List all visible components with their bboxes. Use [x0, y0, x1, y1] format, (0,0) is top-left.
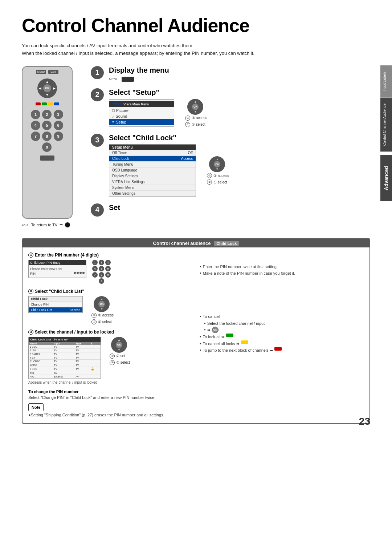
bullet-ok: ➡ OK [204, 327, 364, 334]
blue-button[interactable] [54, 102, 59, 105]
remote-control: MENU EXIT ▲ ▼ ◀ ▶ OK [22, 66, 80, 227]
page-title: Control Channel Audience [22, 15, 370, 36]
menu-row-osd: OSD Language [109, 167, 196, 173]
intro-text: You can lock specific channels / AV inpu… [22, 42, 370, 57]
step-1-circle: 1 [91, 66, 104, 79]
side-tab-control-channel: Control Channel Audience [380, 97, 392, 152]
bullet-item: Enter the PIN number twice at first sett… [200, 263, 364, 270]
return-tv-label: EXIT To return to TV ➡ [22, 222, 80, 227]
step-2-remote: ▲ ▼ OK ② ② access ① [184, 99, 207, 127]
table-row: 22 fiveTVTV [29, 363, 101, 367]
table-row: 3 Sat4E2TVTV [29, 352, 101, 356]
pin-row-1: Please enter new PIN [30, 267, 85, 271]
note-label: Note [28, 403, 44, 411]
red-button[interactable] [36, 102, 41, 105]
side-tab-advanced: Advanced [380, 155, 392, 201]
mini-num-grid: 123 456 789 0 [92, 260, 111, 284]
table-row: AV1AV [29, 371, 101, 375]
sub-step-2-num: ② [28, 289, 33, 294]
num-2-button[interactable]: 2 [42, 110, 52, 119]
pin-entry-box: Child Lock-PIN Entry Please enter new PI… [28, 260, 86, 278]
exit-button[interactable]: EXIT [48, 70, 58, 74]
child-lock-badge: Child Lock [214, 241, 239, 246]
table-row: AV2ExternalAV [29, 375, 101, 378]
note-text: ●Setting "Shipping Condition" (p. 27) er… [28, 413, 192, 417]
green-button[interactable] [42, 102, 47, 105]
sub-step-2: ② Select "Child Lock List" Child Lock Ch… [28, 289, 192, 324]
bullet-item: Make a note of the PIN number in case yo… [200, 270, 364, 277]
sub-step-2-remote: ▲ ▼ OK ② ② access ① [90, 296, 114, 324]
select-label-sub2: ① ① select [91, 319, 114, 324]
color-buttons [36, 102, 59, 105]
sub-step-1-num: ① [28, 253, 33, 258]
channel-table: Child Lock List - TV and AV NameInputTyp… [28, 337, 101, 379]
sub-step-2-title: Select "Child Lock List" [35, 289, 84, 294]
step-4: 4 Set [91, 203, 370, 217]
step-1: 1 Display the menu MENU [91, 66, 370, 82]
change-pin-row: Change PIN [29, 302, 82, 307]
num-4-button[interactable]: 4 [31, 121, 40, 130]
num-3-button[interactable]: 3 [54, 110, 63, 119]
step-2-circle: 2 [91, 88, 104, 101]
menu-row-childlock: Child LockAccess [109, 156, 196, 162]
table-row: 4 E4TVTV [29, 356, 101, 359]
step-2-title: Select "Setup" [109, 88, 370, 97]
menu-row-viera: VIERA Link Settings [109, 179, 196, 185]
sub-step-3-remote: ▲ ▼ OK ② ② set ① [108, 337, 130, 365]
menu-item-setup: ≡Setup [109, 119, 174, 125]
step-4-circle: 4 [91, 203, 104, 217]
num-8-button[interactable]: 8 [42, 132, 52, 141]
yellow-button[interactable] [48, 102, 53, 105]
step-3-circle: 3 [91, 134, 104, 147]
sub-step-3-title: Select the channel / input to be locked [35, 330, 114, 335]
menu-row-offtimer: Off TimerOff [109, 150, 196, 156]
num-0-button[interactable]: 0 [42, 142, 52, 152]
num-9-button[interactable]: 9 [54, 132, 63, 141]
ok-button[interactable]: OK [43, 84, 51, 92]
num-1-button[interactable]: 1 [31, 110, 40, 119]
step-3-remote: ▲ ▼ OK ② ② access ① [205, 156, 229, 185]
step-4-title: Set [109, 203, 370, 212]
num-7-button[interactable]: 7 [31, 132, 40, 141]
menu-row-other: Other Settings [109, 191, 196, 197]
set-label-sub3: ② ② set [110, 354, 130, 359]
num-5-button[interactable]: 5 [42, 121, 52, 130]
menu-button[interactable]: MENU [36, 70, 46, 74]
menu-item-sound: ♪Sound [109, 113, 174, 119]
steps-column: 1 Display the menu MENU 2 Select "Setup" [87, 66, 370, 227]
select-label-3: ① ① select [207, 179, 229, 185]
ok-icon: OK [212, 327, 219, 333]
menu-item-picture: □Picture [109, 108, 174, 113]
sub-step-1: ① Enter the PIN number (4 digits) Child … [28, 253, 192, 284]
bullet-select-locked: Select the locked channel / input [204, 320, 364, 327]
menu-row-display: Display Settings [109, 173, 196, 179]
table-row: 3 BBCTVTV🔒 [29, 367, 101, 371]
access-label-2: ② ② access [185, 116, 207, 121]
step-3-menu: Setup Menu Off TimerOff Child LockAccess… [109, 144, 196, 197]
step3-bullets: To cancel Select the locked channel / in… [200, 313, 364, 354]
bottom-section: Control channel audience Child Lock ① En… [22, 238, 370, 424]
table-row: 11 CBBCTVTV [29, 359, 101, 363]
bullet-cancel: To cancel [200, 313, 364, 320]
change-pin-section: To change the PIN number Select "Change … [28, 389, 192, 400]
step-3-title: Select "Child Lock" [109, 134, 370, 142]
child-lock-list-row: Child Lock List Access [29, 307, 82, 313]
num-6-button[interactable]: 6 [54, 121, 63, 130]
step-2: 2 Select "Setup" Viera Viera Main Menu □… [91, 88, 370, 127]
appears-text: Appears when the channel / input is lock… [28, 380, 101, 384]
bullet-jump: To jump to the next block of channels ➡ [200, 347, 364, 354]
step3-bullets-area: To cancel Select the locked channel / in… [200, 313, 364, 354]
dpad: ▲ ▼ ◀ ▶ OK [37, 78, 57, 98]
access-label-3: ② ② access [207, 173, 229, 178]
menu-row-system: System Menu [109, 185, 196, 191]
table-row: 2 ITVTVTV [29, 348, 101, 352]
bullet-cancel-all: To cancel all locks ➡ [200, 340, 364, 347]
step1-bullets: Enter the PIN number twice at first sett… [200, 263, 364, 277]
select-label-sub3: ① ① select [110, 360, 130, 365]
bottom-right-col: Enter the PIN number twice at first sett… [200, 253, 364, 417]
menu-label: MENU [109, 77, 119, 81]
remote-misc-button [40, 156, 54, 161]
bottom-header: Control channel audience Child Lock [23, 239, 369, 247]
menu-row-tuning: Tuning Menu [109, 162, 196, 167]
step-1-title: Display the menu [109, 66, 370, 74]
